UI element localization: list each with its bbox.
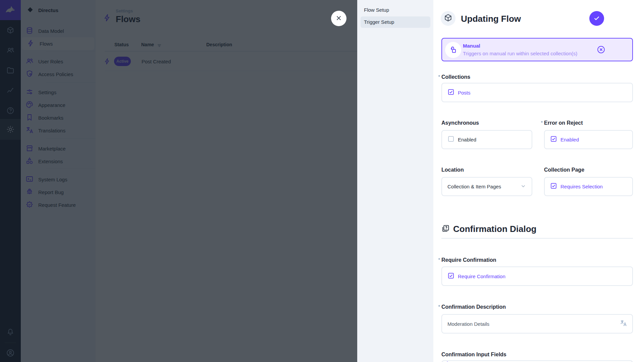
checkbox-checked-icon[interactable]	[447, 272, 454, 281]
drawer-header-chip	[441, 11, 455, 26]
checkbox-checked-icon[interactable]	[550, 182, 557, 191]
save-button[interactable]	[589, 11, 604, 26]
require-confirmation-checkbox-label: Require Confirmation	[458, 274, 505, 279]
error-on-reject-checkbox-label: Enabled	[560, 137, 579, 142]
drawer-nav-flow-setup[interactable]: Flow Setup	[357, 3, 433, 17]
field-label-asynchronous: Asynchronous	[441, 120, 479, 126]
collections-checkbox-group[interactable]: Posts	[441, 83, 633, 102]
check-icon	[593, 14, 600, 23]
chevron-down-icon	[520, 183, 526, 190]
location-select[interactable]: Collection & Item Pages	[441, 177, 532, 196]
drawer-nav-trigger-setup[interactable]: Trigger Setup	[361, 16, 430, 28]
checkbox-checked-icon[interactable]	[550, 135, 557, 144]
drawer: Updating Flow Manual Triggers on manual …	[433, 0, 644, 362]
close-x-icon	[335, 14, 342, 23]
field-label-confirmation-description: Confirmation Description	[441, 304, 506, 310]
location-select-value: Collection & Item Pages	[447, 184, 501, 189]
trigger-card-subtitle: Triggers on manual run within selected c…	[463, 51, 577, 56]
trigger-card-manual[interactable]: Manual Triggers on manual run within sel…	[441, 38, 633, 61]
asynchronous-checkbox[interactable]: Enabled	[441, 130, 532, 149]
field-label-collections: Collections	[441, 74, 470, 80]
field-label-collection-page: Collection Page	[544, 167, 584, 173]
section-divider	[441, 238, 633, 239]
field-label-error-on-reject: Error on Reject	[544, 120, 583, 126]
translate-icon[interactable]	[620, 319, 628, 328]
drawer-close-button[interactable]	[331, 11, 346, 26]
drawer-title: Updating Flow	[461, 14, 521, 24]
section-title: Confirmation Dialog	[453, 224, 536, 234]
asynchronous-checkbox-label: Enabled	[458, 137, 476, 142]
confirmation-input-fields-box[interactable]	[441, 360, 633, 362]
require-confirmation-checkbox[interactable]: Require Confirmation	[441, 266, 633, 286]
modal-overlay[interactable]	[0, 0, 357, 362]
remove-trigger-button[interactable]	[596, 45, 606, 54]
dialog-icon	[441, 224, 450, 234]
collections-option-posts: Posts	[458, 90, 471, 96]
cube-icon	[444, 13, 452, 23]
error-on-reject-checkbox[interactable]: Enabled	[544, 130, 633, 149]
tap-hand-icon	[445, 42, 461, 58]
circled-x-icon	[596, 50, 606, 55]
drawer-side-nav: Flow Setup Trigger Setup	[357, 0, 433, 362]
checkbox-checked-icon[interactable]	[447, 88, 454, 97]
field-label-require-confirmation: Require Confirmation	[441, 257, 496, 263]
collection-page-checkbox[interactable]: Requires Selection	[544, 177, 633, 196]
trigger-card-title: Manual	[463, 43, 480, 49]
field-label-location: Location	[441, 167, 464, 173]
field-label-confirmation-input-fields: Confirmation Input Fields	[441, 352, 506, 358]
confirmation-description-input[interactable]: Moderation Details	[441, 314, 633, 334]
confirmation-description-value: Moderation Details	[447, 321, 489, 327]
section-header: Confirmation Dialog	[441, 224, 536, 234]
checkbox-unchecked-icon[interactable]	[447, 135, 454, 144]
collection-page-checkbox-label: Requires Selection	[560, 184, 603, 189]
